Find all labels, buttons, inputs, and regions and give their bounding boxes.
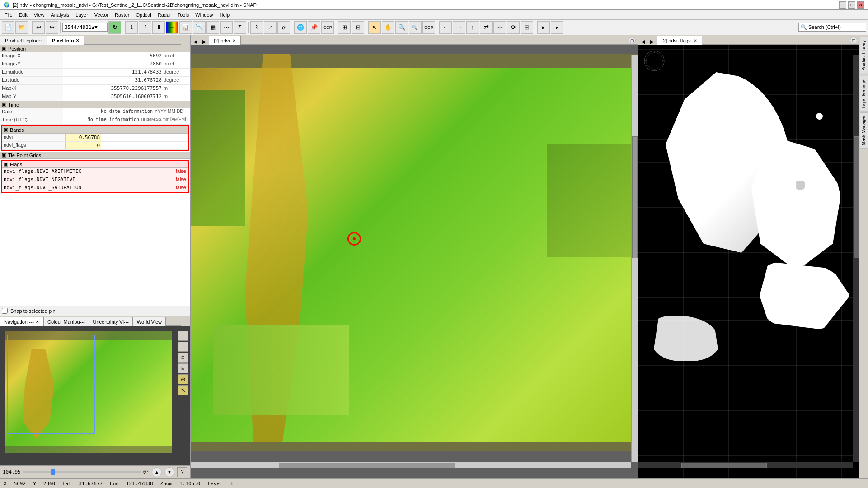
more-button[interactable]: ▸ [537, 21, 550, 34]
zoom-out-toolbar[interactable]: 🔍- [409, 21, 422, 34]
right-nav-right[interactable]: ▶ [647, 39, 657, 45]
transect-button[interactable]: ⟋ [264, 21, 277, 34]
sum-button[interactable]: Σ [234, 21, 246, 34]
export-button[interactable]: ⤵ [125, 21, 138, 34]
zoom-in-toolbar[interactable]: 🔍 [395, 21, 408, 34]
arrow3-button[interactable]: ↑ [466, 21, 479, 34]
menu-window[interactable]: Window [192, 11, 216, 19]
center-nav-left[interactable]: ◀ [191, 39, 200, 45]
import-button[interactable]: ⤴ [139, 21, 151, 34]
nav-tab-close[interactable]: ✕ [36, 320, 39, 324]
pixel-info-tab[interactable]: Pixel Info ✕ [47, 36, 84, 45]
histogram-button[interactable]: ▦ [206, 21, 219, 34]
right-h-scrollbar[interactable] [638, 462, 853, 468]
rotate-button[interactable]: ⟳ [507, 21, 520, 34]
maximize-button[interactable]: □ [848, 1, 855, 9]
menu-file[interactable]: File [2, 11, 15, 19]
gcp-button[interactable]: GCP [321, 21, 334, 34]
nav-navigation-tab[interactable]: Navigation --- ✕ [0, 317, 43, 326]
right-maximize[interactable]: ▢ [850, 37, 857, 44]
pan-button[interactable]: ✋ [382, 21, 394, 34]
more2-button[interactable]: ▸ [551, 21, 563, 34]
bands-expand-icon[interactable]: ▣ [4, 127, 8, 133]
center-nav-right[interactable]: ▶ [200, 39, 209, 45]
tiles-button[interactable]: ⊟ [352, 21, 364, 34]
product-explorer-tab[interactable]: Product Explorer [0, 36, 47, 45]
ndvi-view-tab-close[interactable]: ✕ [232, 38, 236, 43]
world-map-button[interactable]: 🌐 [294, 21, 307, 34]
spectrum-button[interactable]: 📊 [179, 21, 192, 34]
menu-radar[interactable]: Radar [155, 11, 174, 19]
flags-expand-icon[interactable]: ▣ [4, 161, 8, 167]
scatter-button[interactable]: ⋯ [220, 21, 233, 34]
right-v-scrollbar[interactable] [853, 55, 859, 462]
menu-tools[interactable]: Tools [175, 11, 192, 19]
new-button[interactable]: 📄 [2, 21, 14, 34]
menu-help[interactable]: Help [216, 11, 232, 19]
nav-panel-minimize[interactable]: — [181, 319, 190, 326]
menu-layer[interactable]: Layer [73, 11, 91, 19]
menu-edit[interactable]: Edit [16, 11, 30, 19]
right-h-scrollbar-thumb[interactable] [681, 463, 767, 468]
nav-rotation-up[interactable]: ▲ [152, 467, 162, 477]
menu-view[interactable]: View [31, 11, 47, 19]
sync-button[interactable]: ⇄ [480, 21, 493, 34]
nav-help[interactable]: ? [177, 467, 187, 477]
zoom-fit-nav[interactable]: ⊡ [178, 353, 188, 363]
nav-colour-tab[interactable]: Colour Manipu--- [43, 317, 89, 326]
nav-pan-btn[interactable]: ⊕ [178, 374, 188, 384]
open-button[interactable]: 📂 [15, 21, 28, 34]
arrow-left-button[interactable]: ← [439, 21, 452, 34]
time-expand-icon[interactable]: ▣ [2, 102, 6, 107]
ndvi-flags-view-tab[interactable]: [2] ndvi_flags ✕ [657, 36, 702, 45]
tie-point-expand-icon[interactable]: ▣ [2, 152, 6, 158]
mosaic-button[interactable]: ⊞ [338, 21, 351, 34]
layer-manager-tab[interactable]: Layer Manager [860, 75, 868, 112]
right-v-scrollbar-thumb[interactable] [854, 136, 859, 258]
menu-analysis[interactable]: Analysis [48, 11, 72, 19]
gcp2-button[interactable]: GCP [422, 21, 435, 34]
ndvi-view-tab[interactable]: [2] ndvi ✕ [209, 36, 241, 45]
center-v-scrollbar-thumb[interactable] [632, 136, 638, 258]
nav-cursor-btn[interactable]: ↖ [178, 385, 188, 395]
arrow-right-button[interactable]: → [453, 21, 465, 34]
nav-uncertainty-tab[interactable]: Uncertainty Vi--- [89, 317, 133, 326]
colorramp-button[interactable]: ▬ [166, 21, 178, 34]
menu-optical[interactable]: Optical [133, 11, 154, 19]
center-maximize[interactable]: ▢ [629, 37, 636, 44]
snap-pin-checkbox[interactable] [2, 308, 8, 314]
close-button[interactable]: ✕ [857, 1, 864, 9]
product-library-tab[interactable]: Product Library [860, 37, 868, 74]
zoom-100-nav[interactable]: ⊟ [178, 363, 188, 373]
mask-manager-tab[interactable]: Mask Manager [860, 112, 868, 149]
refresh-button[interactable]: ↻ [108, 21, 121, 34]
pixel-info-close[interactable]: ✕ [76, 38, 80, 43]
grid-button[interactable]: ⊞ [521, 21, 533, 34]
coord-display[interactable]: 3544/4931▲▼ [62, 23, 108, 32]
window-controls[interactable]: ─ □ ✕ [839, 1, 864, 9]
zoom-out-nav[interactable]: − [178, 342, 188, 352]
nav-worldview-tab[interactable]: World View [133, 317, 166, 326]
minimize-button[interactable]: ─ [839, 1, 846, 9]
center-h-scrollbar[interactable] [191, 462, 631, 468]
redo-button[interactable]: ↪ [46, 21, 58, 34]
right-nav-left[interactable]: ◀ [638, 39, 647, 45]
zoom-in-nav[interactable]: + [178, 331, 188, 341]
nav-rotation-down[interactable]: ▼ [164, 467, 174, 477]
search-box[interactable]: 🔍 Search (Ctrl+I) [798, 23, 866, 32]
menu-vector[interactable]: Vector [92, 11, 111, 19]
position-expand-icon[interactable]: ▣ [2, 46, 6, 51]
center-v-scrollbar[interactable] [631, 55, 638, 462]
nav-zoom-thumb[interactable] [51, 469, 55, 475]
menu-raster[interactable]: Raster [112, 11, 132, 19]
ndvi-flags-view-tab-close[interactable]: ✕ [694, 38, 697, 43]
measure-button[interactable]: ⌀ [277, 21, 290, 34]
left-panel-minimize[interactable]: — [181, 37, 190, 45]
nav-zoom-slider[interactable] [23, 471, 141, 473]
cursor-button[interactable]: ↖ [368, 21, 381, 34]
pin-button[interactable]: 📌 [308, 21, 320, 34]
arrow-down-button[interactable]: ⬇ [152, 21, 165, 34]
center-h-scrollbar-thumb[interactable] [279, 463, 455, 468]
profile-button[interactable]: ⌇ [250, 21, 263, 34]
undo-button[interactable]: ↩ [32, 21, 45, 34]
